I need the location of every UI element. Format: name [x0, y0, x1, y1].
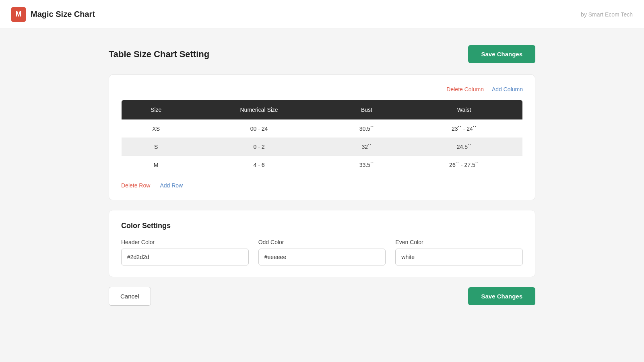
even-color-field: Even Color	[395, 239, 523, 265]
color-settings-title: Color Settings	[121, 222, 523, 230]
footer-actions: Cancel Save Changes	[109, 287, 535, 306]
app-header: M Magic Size Chart by Smart Ecom Tech	[0, 0, 644, 29]
col-header-waist: Waist	[406, 100, 522, 120]
logo-icon: M	[11, 7, 26, 22]
even-color-label: Even Color	[395, 239, 523, 245]
table-cell: 32``	[328, 138, 406, 156]
save-changes-button-top[interactable]: Save Changes	[468, 45, 535, 63]
table-cell: 24.5``	[406, 138, 522, 156]
table-cell: M	[122, 156, 191, 174]
main-content: Table Size Chart Setting Save Changes De…	[101, 29, 543, 330]
table-cell: 26`` - 27.5``	[406, 156, 522, 174]
table-cell: 30.5``	[328, 120, 406, 138]
table-row: M4 - 633.5``26`` - 27.5``	[122, 156, 523, 174]
header-subtitle: by Smart Ecom Tech	[581, 11, 633, 18]
table-cell: 33.5``	[328, 156, 406, 174]
table-row: S0 - 232``24.5``	[122, 138, 523, 156]
color-fields: Header Color Odd Color Even Color	[121, 239, 523, 265]
header-color-label: Header Color	[121, 239, 249, 245]
table-cell: XS	[122, 120, 191, 138]
size-table: Size Numerical Size Bust Waist XS00 - 24…	[121, 100, 523, 174]
logo-area: M Magic Size Chart	[11, 7, 95, 22]
odd-color-field: Odd Color	[258, 239, 386, 265]
add-column-button[interactable]: Add Column	[492, 86, 523, 93]
page-title: Table Size Chart Setting	[109, 49, 209, 60]
table-cell: 0 - 2	[190, 138, 327, 156]
table-card: Delete Column Add Column Size Numerical …	[109, 74, 535, 200]
delete-row-button[interactable]: Delete Row	[121, 182, 150, 189]
app-name: Magic Size Chart	[31, 10, 95, 19]
table-cell: 23`` - 24``	[406, 120, 522, 138]
even-color-input[interactable]	[395, 249, 523, 265]
col-header-bust: Bust	[328, 100, 406, 120]
col-header-numerical-size: Numerical Size	[190, 100, 327, 120]
delete-column-button[interactable]: Delete Column	[446, 86, 484, 93]
table-cell: 4 - 6	[190, 156, 327, 174]
page-header: Table Size Chart Setting Save Changes	[109, 45, 535, 63]
color-settings-card: Color Settings Header Color Odd Color Ev…	[109, 210, 535, 277]
table-row: XS00 - 2430.5``23`` - 24``	[122, 120, 523, 138]
cancel-button[interactable]: Cancel	[109, 287, 151, 306]
col-header-size: Size	[122, 100, 191, 120]
add-row-button[interactable]: Add Row	[160, 182, 183, 189]
table-top-actions: Delete Column Add Column	[121, 86, 523, 93]
save-changes-button-bottom[interactable]: Save Changes	[468, 287, 535, 305]
odd-color-label: Odd Color	[258, 239, 386, 245]
table-header-row: Size Numerical Size Bust Waist	[122, 100, 523, 120]
header-color-input[interactable]	[121, 249, 249, 265]
odd-color-input[interactable]	[258, 249, 386, 265]
table-cell: 00 - 24	[190, 120, 327, 138]
header-color-field: Header Color	[121, 239, 249, 265]
table-bottom-actions: Delete Row Add Row	[121, 182, 523, 189]
table-cell: S	[122, 138, 191, 156]
